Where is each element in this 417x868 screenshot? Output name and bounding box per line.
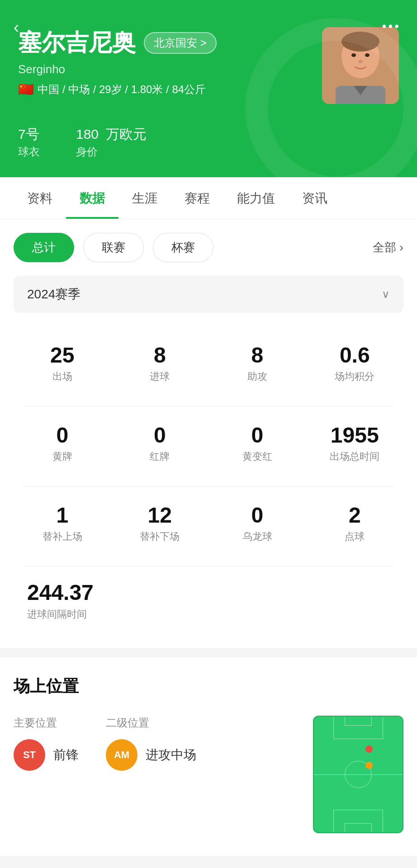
- jersey-stat: 7号 球衣: [18, 118, 40, 159]
- team-badge[interactable]: 北京国安 >: [144, 32, 217, 54]
- tab-ability[interactable]: 能力值: [223, 177, 289, 219]
- filter-league[interactable]: 联赛: [83, 233, 144, 262]
- position-dot-st: [365, 745, 373, 753]
- stat-lbl-sub-off: 替补下场: [116, 530, 204, 543]
- stat-val-yellow-red: 0: [213, 425, 302, 446]
- filter-total[interactable]: 总计: [14, 233, 74, 262]
- stat-rating: 0.6 场均积分: [306, 331, 404, 397]
- season-selector[interactable]: 2024赛季 ∨: [14, 276, 403, 313]
- stat-minutes: 1955 出场总时间: [306, 411, 404, 477]
- chevron-down-icon: ∨: [382, 288, 390, 301]
- secondary-position-name: 进攻中场: [146, 746, 196, 764]
- player-avatar: [322, 27, 399, 104]
- stats-row-3: 1 替补上场 12 替补下场 0 乌龙球 2 点球: [14, 491, 403, 557]
- stat-yellow-red: 0 黄变红: [208, 411, 306, 477]
- main-content: 总计 联赛 杯赛 全部 › 2024赛季 ∨ 25 出场 8 进球 8 助攻 0…: [0, 219, 417, 648]
- stat-yellow: 0 黄牌: [14, 411, 111, 477]
- tabs-bar: 资料 数据 生涯 赛程 能力值 资讯: [0, 177, 417, 219]
- stat-val-penalty: 2: [311, 505, 399, 526]
- stats-row-2: 0 黄牌 0 红牌 0 黄变红 1955 出场总时间: [14, 411, 403, 477]
- stat-sub-off: 12 替补下场: [111, 491, 209, 557]
- primary-position-group: 主要位置 ST 前锋: [14, 716, 79, 778]
- filter-all-button[interactable]: 全部 ›: [373, 240, 403, 255]
- field-goal-bottom: [345, 823, 372, 832]
- tab-profile[interactable]: 资料: [14, 177, 66, 219]
- stat-lbl-appearances: 出场: [18, 370, 107, 383]
- secondary-position-group: 二级位置 AM 进攻中场: [106, 716, 196, 778]
- flag-icon: 🇨🇳: [18, 82, 34, 97]
- position-content: 主要位置 ST 前锋 二级位置 AM 进攻中场: [14, 716, 403, 833]
- divider-3: [23, 566, 394, 566]
- stat-lbl-yellow: 黄牌: [18, 450, 107, 463]
- am-badge: AM: [106, 739, 137, 771]
- stat-val-sub-off: 12: [116, 505, 204, 526]
- primary-group-label: 主要位置: [14, 716, 79, 730]
- stat-val-goals: 8: [116, 344, 204, 366]
- tab-stats[interactable]: 数据: [66, 177, 118, 219]
- stat-lbl-own-goal: 乌龙球: [213, 530, 302, 543]
- player-meta-text: 中国 / 中场 / 29岁 / 1.80米 / 84公斤: [38, 82, 206, 97]
- season-text: 2024赛季: [27, 286, 81, 303]
- jersey-label: 球衣: [18, 145, 40, 159]
- primary-position-item: ST 前锋: [14, 739, 79, 771]
- stat-sub-on: 1 替补上场: [14, 491, 111, 557]
- player-info: 塞尔吉尼奥 北京国安 > Serginho 🇨🇳 中国 / 中场 / 29岁 /…: [18, 27, 322, 97]
- st-badge: ST: [14, 739, 45, 771]
- goal-interval-value: 244.37: [27, 580, 390, 605]
- stat-red: 0 红牌: [111, 411, 209, 477]
- jersey-number: 7号: [18, 118, 40, 143]
- position-section-title: 场上位置: [14, 675, 403, 698]
- tab-schedule[interactable]: 赛程: [171, 177, 223, 219]
- more-button[interactable]: •••: [382, 19, 401, 33]
- position-groups: 主要位置 ST 前锋 二级位置 AM 进攻中场: [14, 716, 299, 778]
- stat-val-assists: 8: [213, 344, 302, 366]
- stat-val-appearances: 25: [18, 344, 107, 366]
- tab-career[interactable]: 生涯: [118, 177, 171, 219]
- filter-row: 总计 联赛 杯赛 全部 ›: [14, 233, 403, 262]
- stat-val-sub-on: 1: [18, 505, 107, 526]
- player-meta: 🇨🇳 中国 / 中场 / 29岁 / 1.80米 / 84公斤: [18, 82, 322, 97]
- stat-own-goal: 0 乌龙球: [208, 491, 306, 557]
- stat-val-rating: 0.6: [311, 344, 399, 366]
- svg-point-2: [341, 32, 379, 52]
- stat-val-red: 0: [116, 425, 204, 446]
- stat-val-own-goal: 0: [213, 505, 302, 526]
- player-name-zh: 塞尔吉尼奥: [18, 27, 136, 59]
- filter-cup[interactable]: 杯赛: [153, 233, 213, 262]
- field-goal-top: [345, 717, 372, 726]
- back-button[interactable]: ‹: [14, 18, 19, 37]
- stat-appearances: 25 出场: [14, 331, 111, 397]
- goal-interval-label: 进球间隔时间: [27, 608, 390, 621]
- value-label: 身价: [76, 145, 147, 159]
- value-stat: 180 万欧元 身价: [76, 118, 147, 159]
- stat-assists: 8 助攻: [208, 331, 306, 397]
- stats-row-1: 25 出场 8 进球 8 助攻 0.6 场均积分: [14, 331, 403, 397]
- stat-goals: 8 进球: [111, 331, 209, 397]
- stat-lbl-penalty: 点球: [311, 530, 399, 543]
- stat-lbl-sub-on: 替补上场: [18, 530, 107, 543]
- stat-val-yellow: 0: [18, 425, 107, 446]
- market-value-number: 180 万欧元: [76, 118, 147, 143]
- field-visualization: [313, 716, 403, 833]
- stat-lbl-yellow-red: 黄变红: [213, 450, 302, 463]
- primary-position-name: 前锋: [53, 746, 79, 764]
- svg-point-5: [358, 60, 363, 63]
- position-labels: 主要位置 ST 前锋 二级位置 AM 进攻中场: [14, 716, 299, 778]
- tab-news[interactable]: 资讯: [289, 177, 341, 219]
- stat-val-minutes: 1955: [311, 425, 399, 446]
- stat-lbl-assists: 助攻: [213, 370, 302, 383]
- stat-penalty: 2 点球: [306, 491, 404, 557]
- position-section: 场上位置 主要位置 ST 前锋 二级位置 AM 进攻中场: [0, 657, 417, 856]
- goal-interval: 244.37 进球间隔时间: [14, 571, 403, 635]
- hero-section: ‹ ••• 塞尔吉尼奥 北京国安 > Serginho 🇨🇳 中国 / 中场 /…: [0, 0, 417, 177]
- divider-2: [23, 486, 394, 486]
- secondary-group-label: 二级位置: [106, 716, 196, 730]
- player-name-en: Serginho: [18, 62, 322, 76]
- stat-lbl-goals: 进球: [116, 370, 204, 383]
- stat-lbl-red: 红牌: [116, 450, 204, 463]
- stat-lbl-rating: 场均积分: [311, 370, 399, 383]
- secondary-position-item: AM 进攻中场: [106, 739, 196, 771]
- divider-1: [23, 406, 394, 406]
- field-lines: [314, 717, 403, 832]
- svg-point-4: [365, 53, 370, 57]
